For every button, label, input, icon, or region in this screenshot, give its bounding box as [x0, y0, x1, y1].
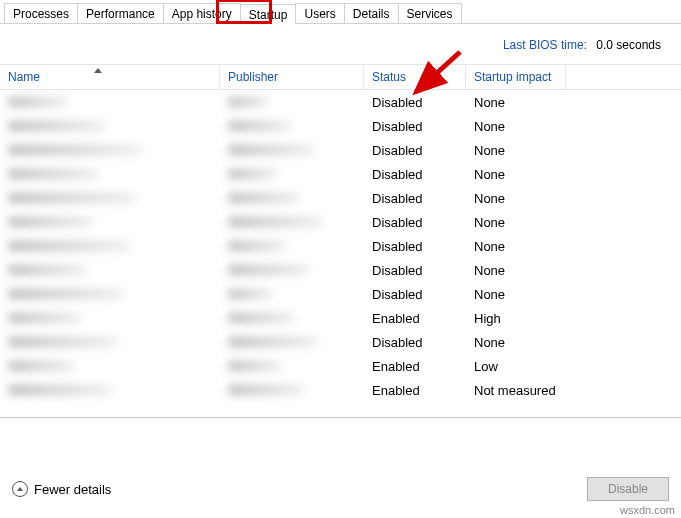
table-row[interactable]: EnabledLow: [0, 354, 681, 378]
cell-name: [0, 143, 220, 158]
tab-users[interactable]: Users: [295, 3, 344, 23]
cell-name: [0, 383, 220, 398]
cell-publisher: [220, 311, 364, 326]
table-row[interactable]: DisabledNone: [0, 234, 681, 258]
cell-impact: None: [466, 335, 566, 350]
col-header-status[interactable]: Status: [364, 65, 466, 89]
cell-publisher: [220, 287, 364, 302]
cell-impact: None: [466, 167, 566, 182]
cell-status: Disabled: [364, 335, 466, 350]
bios-time-label: Last BIOS time:: [503, 38, 587, 52]
cell-status: Disabled: [364, 119, 466, 134]
table-row[interactable]: DisabledNone: [0, 186, 681, 210]
tab-bar: Processes Performance App history Startu…: [0, 0, 681, 24]
cell-impact: None: [466, 215, 566, 230]
disable-button[interactable]: Disable: [587, 477, 669, 501]
col-header-name-label: Name: [8, 70, 40, 84]
cell-impact: None: [466, 191, 566, 206]
cell-name: [0, 167, 220, 182]
bios-time-line: Last BIOS time: 0.0 seconds: [0, 24, 681, 64]
col-header-publisher[interactable]: Publisher: [220, 65, 364, 89]
cell-publisher: [220, 239, 364, 254]
tab-startup[interactable]: Startup: [240, 4, 297, 24]
table-row[interactable]: DisabledNone: [0, 162, 681, 186]
table-row[interactable]: DisabledNone: [0, 210, 681, 234]
cell-status: Disabled: [364, 215, 466, 230]
table-row[interactable]: DisabledNone: [0, 330, 681, 354]
cell-publisher: [220, 335, 364, 350]
cell-publisher: [220, 95, 364, 110]
cell-publisher: [220, 215, 364, 230]
cell-name: [0, 311, 220, 326]
cell-status: Disabled: [364, 95, 466, 110]
chevron-up-circle-icon: [12, 481, 28, 497]
col-header-impact[interactable]: Startup impact: [466, 65, 566, 89]
cell-publisher: [220, 191, 364, 206]
table-row[interactable]: DisabledNone: [0, 138, 681, 162]
cell-name: [0, 119, 220, 134]
tab-performance[interactable]: Performance: [77, 3, 164, 23]
cell-status: Disabled: [364, 287, 466, 302]
cell-publisher: [220, 167, 364, 182]
cell-publisher: [220, 359, 364, 374]
cell-impact: None: [466, 119, 566, 134]
footer-bar: Fewer details Disable: [0, 474, 681, 504]
cell-name: [0, 191, 220, 206]
cell-impact: High: [466, 311, 566, 326]
table-row[interactable]: EnabledHigh: [0, 306, 681, 330]
fewer-details-toggle[interactable]: Fewer details: [12, 481, 111, 497]
cell-name: [0, 95, 220, 110]
cell-status: Enabled: [364, 311, 466, 326]
fewer-details-label: Fewer details: [34, 482, 111, 497]
cell-name: [0, 359, 220, 374]
cell-name: [0, 215, 220, 230]
table-row[interactable]: DisabledNone: [0, 282, 681, 306]
cell-publisher: [220, 263, 364, 278]
startup-list[interactable]: DisabledNoneDisabledNoneDisabledNoneDisa…: [0, 90, 681, 418]
cell-impact: None: [466, 287, 566, 302]
tab-processes[interactable]: Processes: [4, 3, 78, 23]
table-row[interactable]: DisabledNone: [0, 114, 681, 138]
tab-details[interactable]: Details: [344, 3, 399, 23]
watermark: wsxdn.com: [620, 504, 675, 516]
table-row[interactable]: EnabledNot measured: [0, 378, 681, 402]
bios-time-value: 0.0 seconds: [596, 38, 661, 52]
cell-status: Disabled: [364, 263, 466, 278]
cell-status: Disabled: [364, 191, 466, 206]
cell-name: [0, 335, 220, 350]
cell-publisher: [220, 119, 364, 134]
cell-name: [0, 263, 220, 278]
cell-status: Disabled: [364, 167, 466, 182]
cell-impact: None: [466, 239, 566, 254]
cell-status: Enabled: [364, 383, 466, 398]
tab-app-history[interactable]: App history: [163, 3, 241, 23]
cell-impact: None: [466, 95, 566, 110]
table-row[interactable]: DisabledNone: [0, 258, 681, 282]
column-headers: Name Publisher Status Startup impact: [0, 64, 681, 90]
table-row[interactable]: DisabledNone: [0, 90, 681, 114]
tab-services[interactable]: Services: [398, 3, 462, 23]
col-header-name[interactable]: Name: [0, 65, 220, 89]
cell-status: Enabled: [364, 359, 466, 374]
cell-publisher: [220, 143, 364, 158]
cell-status: Disabled: [364, 143, 466, 158]
cell-name: [0, 239, 220, 254]
cell-publisher: [220, 383, 364, 398]
cell-impact: Low: [466, 359, 566, 374]
cell-name: [0, 287, 220, 302]
cell-impact: None: [466, 143, 566, 158]
cell-status: Disabled: [364, 239, 466, 254]
cell-impact: Not measured: [466, 383, 566, 398]
cell-impact: None: [466, 263, 566, 278]
sort-ascending-icon: [94, 68, 102, 73]
